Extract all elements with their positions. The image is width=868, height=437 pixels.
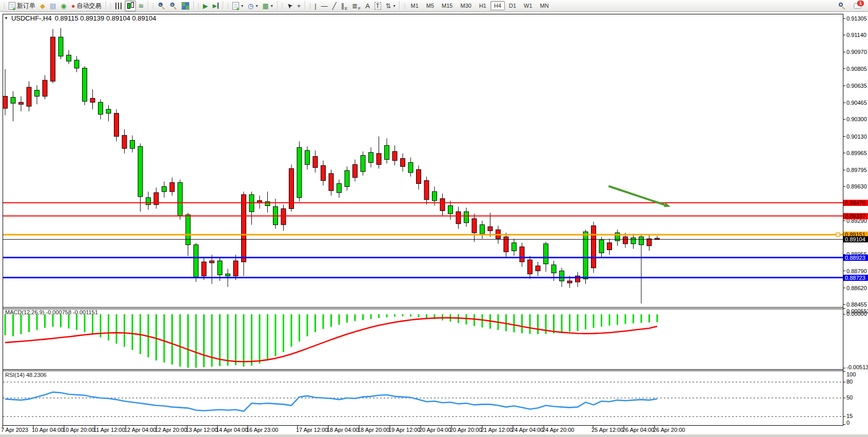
candle-body [242,195,246,262]
candle-body [130,140,135,148]
candle-body [83,68,87,101]
candle-body [488,227,492,231]
candle-body [27,87,31,106]
candle-body [43,80,47,96]
candle-body [138,146,143,197]
macd-tick-label: 0.00000 [846,311,867,317]
candle-body [623,237,628,244]
price-tick-label: 0.91140 [846,32,866,38]
macd-values: -0.000758 -0.001151 [46,309,97,315]
chart-ohlc-values: 0.89115 0.89139 0.89104 0.89104 [55,14,156,22]
support-line-upper-price-tag: 0.88923 [843,255,868,261]
candle-body [631,238,636,244]
rsi-tick-label: 80 [846,378,853,385]
candle-body [186,215,190,245]
candle-body [353,164,358,177]
candle-body [313,157,318,167]
candle-body [19,102,24,104]
candle-body [464,212,469,222]
price-tick-label: 0.89795 [846,167,867,173]
date-tick-label: 17 Apr 12:00 [296,427,328,433]
date-tick-label: 24 Apr 04:00 [511,427,543,433]
candle-body [305,150,310,164]
price-tick-label: 0.90130 [846,134,867,140]
candle-body [472,219,477,233]
candle-body [51,37,55,81]
candle-body [607,243,612,250]
price-tick-label: 0.88620 [846,285,867,291]
candle-body [233,261,238,276]
candle-body [361,156,365,172]
date-tick-label: 19 Apr 12:00 [388,427,420,433]
candle-body [401,159,405,167]
date-tick-label: 13 Apr 12:00 [186,427,218,433]
date-tick-label: 10 Apr 20:00 [63,427,94,433]
candle-body [599,240,604,253]
price-tick-label: 0.90635 [846,83,867,89]
date-tick-label: 11 Apr 12:00 [93,427,125,433]
resistance-line-upper-price-tag: 0.89470 [843,200,868,206]
date-tick-label: 14 Apr 04:00 [216,427,248,433]
candle-body [345,170,349,186]
rsi-tick-label: 15 [846,413,853,419]
candle-body [369,153,373,163]
candle-body [456,212,461,223]
candle-body [432,192,437,201]
rsi-tick-label: 50 [846,394,853,401]
candle-body [210,261,214,263]
candle-body [337,183,342,193]
date-tick-label: 25 Apr 12:00 [591,427,623,433]
rsi-name: RSI(14) [5,372,25,378]
price-tick-label: 0.90805 [846,66,867,72]
candle-body [98,102,103,114]
one-click-trading-toggle[interactable]: ▼ [4,16,8,21]
rsi-value: 48.2306 [26,372,47,378]
date-tick-label: 18 Apr 04:00 [327,427,359,433]
candle-body [35,90,40,97]
chart-canvas: 0.913050.911400.909700.908050.906350.904… [0,0,868,437]
candle-body [3,96,8,108]
trend-arrow[interactable] [609,186,665,205]
chart-symbol-label: USDCHF-,H4 [11,14,52,22]
candle-body [194,245,199,277]
macd-indicator-label: MACD(12,26,9) -0.000758 -0.001151 [5,309,98,315]
candle-body [90,98,95,102]
candle-body [67,55,71,61]
candle-body [408,162,413,173]
candle-body [480,225,485,234]
date-tick-label: 26 Apr 20:00 [653,427,685,433]
candle-body [226,274,230,276]
candle-body [122,136,127,148]
candle-body [392,151,397,161]
resistance-line-lower-price-tag: 0.89337 [843,213,868,219]
candle-body [162,186,167,192]
candle-body [146,198,151,205]
candle-body [560,271,564,281]
candle-body [583,232,588,279]
candle-body [106,109,111,113]
rsi-tick-label: 100 [846,371,856,377]
candle-body [639,237,644,245]
candle-body [385,145,389,159]
candle-body [281,208,286,224]
price-tick-label: 0.89965 [846,150,867,156]
date-tick-label: 24 Apr 20:00 [542,427,574,433]
candle-body [544,244,548,264]
rsi-tick-label: 0 [846,420,850,426]
candle-body [178,183,183,216]
candle-body [647,239,652,246]
candle-body [417,169,421,183]
candle-body [424,181,429,200]
price-tick-label: 0.88790 [846,268,867,274]
candle-body [591,226,596,268]
candle-body [512,243,517,251]
price-tick-label: 0.91305 [846,15,867,22]
candle-body [11,97,15,103]
candle-body [567,281,572,283]
date-tick-label: 12 Apr 20:00 [155,427,187,433]
candle-body [440,199,445,211]
candle-body [504,237,508,252]
candle-body [202,262,206,276]
rsi-line [5,392,657,411]
line-handle[interactable] [836,233,840,236]
